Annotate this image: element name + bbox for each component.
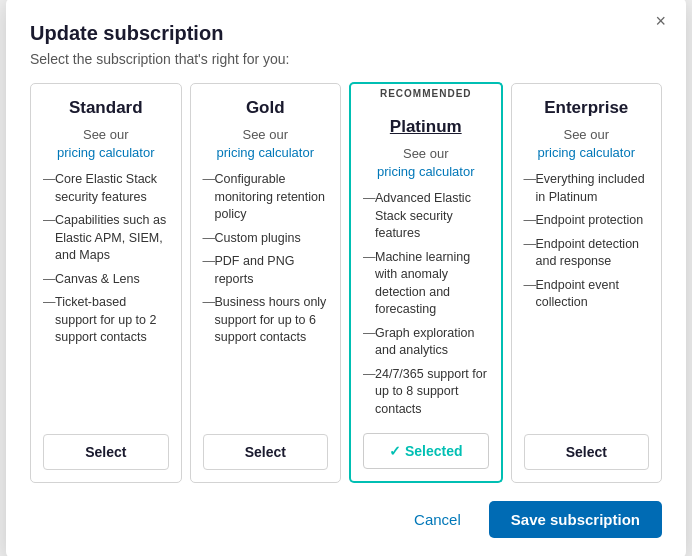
feature-item: Ticket-based support for up to 2 support… <box>43 291 169 350</box>
plan-features-gold: Configurable monitoring retention policy… <box>203 168 329 422</box>
plan-name-standard: Standard <box>43 98 169 118</box>
feature-item: Capabilities such as Elastic APM, SIEM, … <box>43 209 169 268</box>
feature-item: Advanced Elastic Stack security features <box>363 187 489 246</box>
select-button-gold[interactable]: Select <box>203 434 329 470</box>
plan-name-gold: Gold <box>203 98 329 118</box>
check-icon: ✓ <box>389 443 401 459</box>
pricing-calculator-link-platinum[interactable]: pricing calculator <box>377 164 475 179</box>
cancel-button[interactable]: Cancel <box>402 503 473 536</box>
plan-features-platinum: Advanced Elastic Stack security features… <box>363 187 489 421</box>
plan-card-enterprise: Enterprise See our pricing calculator Ev… <box>511 83 663 483</box>
plans-container: Standard See our pricing calculator Core… <box>30 83 662 483</box>
modal-title: Update subscription <box>30 22 662 45</box>
feature-item: Machine learning with anomaly detection … <box>363 246 489 322</box>
recommended-badge: RECOMMENDED <box>349 82 503 102</box>
feature-item: Everything included in Platinum <box>524 168 650 209</box>
plan-pricing-gold: See our pricing calculator <box>203 126 329 162</box>
feature-item: Configurable monitoring retention policy <box>203 168 329 227</box>
plan-card-gold: Gold See our pricing calculator Configur… <box>190 83 342 483</box>
feature-item: Canvas & Lens <box>43 268 169 292</box>
feature-item: 24/7/365 support for up to 8 support con… <box>363 363 489 422</box>
feature-item: Endpoint event collection <box>524 274 650 315</box>
plan-card-standard: Standard See our pricing calculator Core… <box>30 83 182 483</box>
select-button-platinum[interactable]: ✓Selected <box>363 433 489 469</box>
plan-pricing-standard: See our pricing calculator <box>43 126 169 162</box>
feature-item: Endpoint detection and response <box>524 233 650 274</box>
plan-pricing-enterprise: See our pricing calculator <box>524 126 650 162</box>
feature-item: Core Elastic Stack security features <box>43 168 169 209</box>
feature-item: Graph exploration and analytics <box>363 322 489 363</box>
close-button[interactable]: × <box>649 10 672 32</box>
select-button-standard[interactable]: Select <box>43 434 169 470</box>
feature-item: PDF and PNG reports <box>203 250 329 291</box>
update-subscription-modal: × Update subscription Select the subscri… <box>6 0 686 556</box>
pricing-calculator-link-enterprise[interactable]: pricing calculator <box>537 145 635 160</box>
feature-item: Business hours only support for up to 6 … <box>203 291 329 350</box>
feature-item: Endpoint protection <box>524 209 650 233</box>
plan-card-platinum: RECOMMENDEDPlatinum See our pricing calc… <box>349 83 503 483</box>
select-button-enterprise[interactable]: Select <box>524 434 650 470</box>
pricing-calculator-link-standard[interactable]: pricing calculator <box>57 145 155 160</box>
plan-features-standard: Core Elastic Stack security featuresCapa… <box>43 168 169 422</box>
modal-subtitle: Select the subscription that's right for… <box>30 51 662 67</box>
modal-overlay: × Update subscription Select the subscri… <box>0 0 692 556</box>
plan-name-enterprise: Enterprise <box>524 98 650 118</box>
plan-name-platinum: Platinum <box>363 117 489 137</box>
plan-pricing-platinum: See our pricing calculator <box>363 145 489 181</box>
modal-footer: Cancel Save subscription <box>30 501 662 538</box>
save-subscription-button[interactable]: Save subscription <box>489 501 662 538</box>
feature-item: Custom plugins <box>203 227 329 251</box>
plan-features-enterprise: Everything included in PlatinumEndpoint … <box>524 168 650 422</box>
pricing-calculator-link-gold[interactable]: pricing calculator <box>216 145 314 160</box>
